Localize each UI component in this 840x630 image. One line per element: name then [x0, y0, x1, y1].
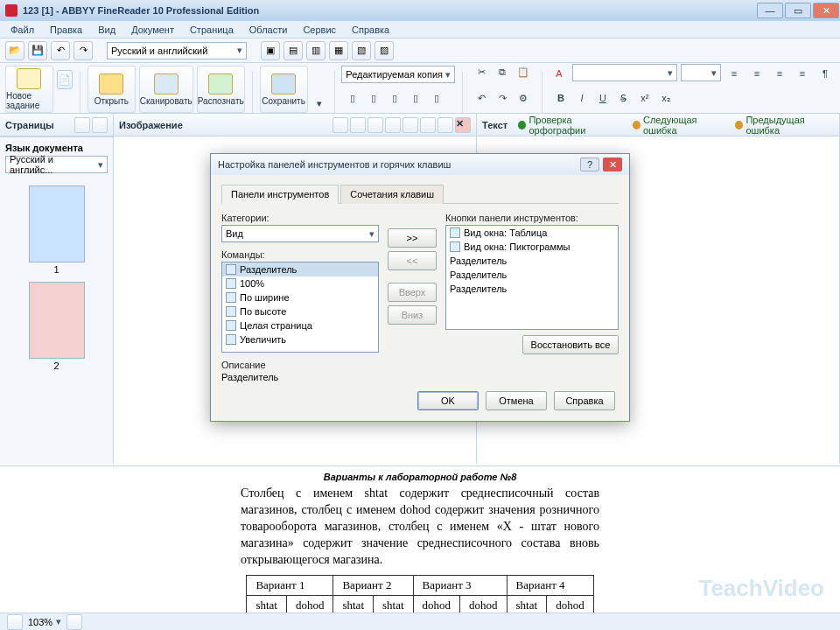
underline-icon[interactable]: U [593, 88, 612, 108]
open-button[interactable]: Открыть [88, 66, 136, 113]
menu-file[interactable]: Файл [4, 23, 41, 37]
pages-opt2-icon[interactable] [92, 117, 108, 133]
tab-shortcuts[interactable]: Сочетания клавиш [340, 185, 444, 204]
copy-icon[interactable]: ⧉ [493, 62, 512, 81]
cut-icon[interactable]: ✂ [472, 62, 491, 81]
imgtool-1[interactable] [332, 117, 348, 133]
pages-opt1-icon[interactable] [74, 117, 90, 133]
save-button[interactable]: Сохранить [260, 66, 308, 113]
page-thumb-2[interactable] [29, 282, 85, 359]
font-color-icon[interactable]: A [550, 64, 569, 83]
scan-button[interactable]: Сканировать [139, 66, 193, 113]
word-icon [271, 74, 296, 94]
page-icon[interactable]: 📄 [57, 70, 73, 89]
imgtool-3[interactable] [368, 117, 383, 133]
undo-icon[interactable]: ↶ [51, 41, 70, 60]
tab-toolbars[interactable]: Панели инструментов [221, 185, 339, 204]
menu-areas[interactable]: Области [242, 23, 295, 37]
font-size-combo[interactable]: ▾ [681, 64, 721, 81]
zoom-control-1[interactable]: 103%▾ [28, 616, 61, 627]
statusbar: 103%▾ [0, 612, 840, 630]
layout1-icon[interactable]: ▣ [261, 41, 280, 60]
sub-icon[interactable]: x₂ [656, 88, 676, 108]
layout3-icon[interactable]: ▥ [306, 41, 326, 60]
layout6-icon[interactable]: ▨ [374, 41, 394, 60]
doc3-icon[interactable]: ▯ [385, 88, 404, 108]
imgtool-2[interactable] [350, 117, 366, 133]
paste-icon[interactable]: 📋 [514, 62, 533, 81]
imgtool-5[interactable] [402, 117, 418, 133]
open-icon[interactable]: 📂 [5, 41, 24, 60]
dialog-close-icon[interactable]: ✕ [603, 158, 622, 172]
imgtool-4[interactable] [385, 117, 401, 133]
grid-icon[interactable] [66, 614, 82, 630]
language-selector[interactable]: Русский и английский ▾ [107, 42, 247, 60]
prev-error-button[interactable]: Предыдущая ошибка [735, 115, 834, 136]
commands-listbox[interactable]: Разделитель 100% По ширине По высоте Цел… [221, 262, 379, 353]
redo-icon[interactable]: ↷ [74, 41, 93, 60]
layout4-icon[interactable]: ▦ [329, 41, 348, 60]
text-pane-title: Текст [482, 120, 508, 130]
description-label: Описание [221, 360, 379, 370]
new-task-button[interactable]: Новое задание [5, 66, 53, 113]
imgtool-close[interactable]: ✕ [455, 117, 471, 133]
layout5-icon[interactable]: ▧ [352, 41, 371, 60]
spellcheck-button[interactable]: Проверка орфографии [518, 115, 624, 136]
save-icon[interactable]: 💾 [28, 41, 47, 60]
layout2-icon[interactable]: ▤ [284, 41, 303, 60]
imgtool-7[interactable] [438, 117, 453, 133]
tools-icon[interactable]: ⚙ [514, 88, 533, 108]
align-left-icon[interactable]: ≡ [724, 64, 744, 83]
doc5-icon[interactable]: ▯ [427, 88, 446, 108]
menu-view[interactable]: Вид [91, 23, 122, 37]
imgtool-6[interactable] [420, 117, 436, 133]
dialog-help-icon[interactable]: ? [580, 158, 599, 172]
edit-mode-combo[interactable]: Редактируемая копия ▾ [341, 66, 455, 83]
minimize-button[interactable]: — [757, 3, 783, 18]
add-button[interactable]: >> [388, 228, 437, 248]
menu-service[interactable]: Сервис [296, 23, 343, 37]
cancel-button[interactable]: Отмена [486, 391, 547, 410]
toolbar-buttons-listbox[interactable]: Вид окна: Таблица Вид окна: Пиктограммы … [445, 225, 619, 330]
list-item: Увеличить [222, 332, 378, 346]
down-button[interactable]: Вниз [388, 305, 437, 325]
fit-icon[interactable] [7, 614, 23, 630]
up-button[interactable]: Вверх [388, 283, 437, 302]
doc4-icon[interactable]: ▯ [406, 88, 425, 108]
list-item: Разделитель [446, 254, 618, 268]
commands-label: Команды: [221, 249, 379, 260]
align-justify-icon[interactable]: ≡ [793, 64, 812, 83]
italic-icon[interactable]: I [572, 88, 592, 108]
menu-page[interactable]: Страница [183, 23, 241, 37]
restore-all-button[interactable]: Восстановить все [522, 335, 619, 354]
close-button[interactable]: ✕ [813, 3, 839, 18]
app-icon [5, 4, 18, 17]
remove-button[interactable]: << [388, 251, 437, 270]
align-right-icon[interactable]: ≡ [770, 64, 789, 83]
maximize-button[interactable]: ▭ [785, 3, 811, 18]
recognize-button[interactable]: Распознать [197, 66, 245, 113]
menu-document[interactable]: Документ [124, 23, 181, 37]
super-icon[interactable]: x² [635, 88, 654, 108]
doc2-icon[interactable]: ▯ [364, 88, 383, 108]
menu-help[interactable]: Справка [345, 23, 396, 37]
ok-button[interactable]: OK [417, 391, 479, 410]
doc1-icon[interactable]: ▯ [343, 88, 362, 108]
description-value: Разделитель [221, 372, 379, 382]
align-center-icon[interactable]: ≡ [747, 64, 766, 83]
strike-icon[interactable]: S̶ [614, 88, 634, 108]
categories-combo[interactable]: Вид▾ [221, 225, 379, 242]
dialog-titlebar[interactable]: Настройка панелей инструментов и горячих… [211, 154, 629, 175]
menu-edit[interactable]: Правка [43, 23, 89, 37]
help-button[interactable]: Справка [554, 391, 615, 410]
char-icon[interactable]: ¶ [816, 64, 835, 83]
save-dropdown-icon[interactable]: ▾ [312, 94, 327, 113]
redo2-icon[interactable]: ↷ [493, 88, 512, 108]
bold-icon[interactable]: B [551, 88, 570, 108]
list-item: Разделитель [222, 262, 378, 276]
undo2-icon[interactable]: ↶ [472, 88, 491, 108]
font-family-combo[interactable]: ▾ [572, 64, 677, 81]
doc-language-combo[interactable]: Русский и английс... ▾ [5, 156, 108, 173]
page-thumb-1[interactable] [29, 186, 85, 262]
next-error-button[interactable]: Следующая ошибка [633, 115, 726, 136]
